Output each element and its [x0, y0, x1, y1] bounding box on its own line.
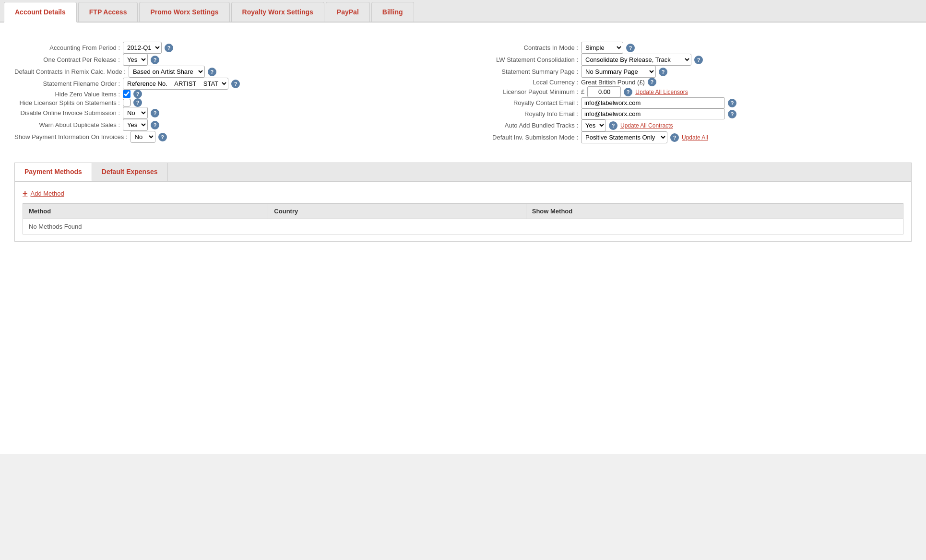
hide-licensor-splits-row: Hide Licensor Splits on Statements : ?	[14, 98, 453, 107]
tab-paypal[interactable]: PayPal	[326, 2, 370, 22]
add-method-text[interactable]: Add Method	[31, 190, 64, 197]
statement-summary-page-label: Statement Summary Page :	[473, 68, 578, 75]
statement-filename-order-select[interactable]: Reference No.__ARTIST__STATEM Other	[123, 78, 228, 90]
tab-ftp-access[interactable]: FTP Access	[78, 2, 138, 22]
licensor-payout-minimum-input[interactable]	[587, 86, 621, 97]
auto-add-bundled-tracks-row: Auto Add Bundled Tracks : Yes No ? Updat…	[473, 119, 912, 131]
add-method-plus-icon: +	[23, 188, 28, 198]
disable-online-invoice-help-icon[interactable]: ?	[151, 109, 159, 117]
add-method-link[interactable]: + Add Method	[23, 188, 903, 198]
auto-add-bundled-tracks-select[interactable]: Yes No	[581, 119, 606, 131]
hide-licensor-splits-checkbox[interactable]	[123, 99, 131, 106]
auto-add-bundled-tracks-label: Auto Add Bundled Tracks :	[473, 122, 578, 129]
hide-zero-value-items-label: Hide Zero Value Items :	[14, 91, 120, 98]
contracts-in-mode-label: Contracts In Mode :	[473, 44, 578, 51]
warn-duplicate-sales-row: Warn About Duplicate Sales : Yes No ?	[14, 119, 453, 131]
statement-summary-page-help-icon[interactable]: ?	[659, 68, 667, 76]
local-currency-label: Local Currency :	[473, 79, 578, 86]
tabs-bar: Account Details FTP Access Promo Worx Se…	[0, 0, 926, 23]
main-content: Accounting From Period : 2012-Q1 2013-Q1…	[0, 23, 926, 454]
disable-online-invoice-select[interactable]: No Yes	[123, 107, 148, 119]
royalty-info-email-help-icon[interactable]: ?	[728, 110, 736, 118]
royalty-info-email-input[interactable]	[581, 108, 725, 119]
default-contracts-remix-select[interactable]: Based on Artist Share Based on Label Sha…	[129, 66, 205, 78]
lower-panel: Payment Methods Default Expenses + Add M…	[14, 163, 912, 242]
lw-statement-consolidation-select[interactable]: Consolidate By Release, Track None	[581, 54, 691, 66]
contracts-in-mode-help-icon[interactable]: ?	[626, 44, 635, 52]
lw-statement-consolidation-help-icon[interactable]: ?	[694, 56, 703, 64]
one-contract-per-release-row: One Contract Per Release : Yes No ?	[14, 54, 453, 66]
default-contracts-remix-row: Default Contracts In Remix Calc. Mode : …	[14, 66, 453, 78]
tab-billing[interactable]: Billing	[371, 2, 414, 22]
royalty-info-email-label: Royalty Info Email :	[473, 110, 578, 117]
statement-filename-order-row: Statement Filename Order : Reference No.…	[14, 78, 453, 90]
accounting-from-period-help-icon[interactable]: ?	[165, 44, 173, 52]
royalty-contact-email-label: Royalty Contact Email :	[473, 99, 578, 106]
licensor-payout-minimum-row: Licensor Payout Minimum : £ ? Update All…	[473, 86, 912, 97]
show-payment-info-row: Show Payment Information On Invoices : N…	[14, 131, 453, 143]
auto-add-bundled-tracks-help-icon[interactable]: ?	[609, 121, 617, 130]
payment-methods-table: Method Country Show Method No Methods Fo…	[23, 203, 903, 234]
hide-zero-value-items-help-icon[interactable]: ?	[133, 90, 142, 98]
accounting-from-period-select[interactable]: 2012-Q1 2013-Q1 2014-Q1	[123, 42, 162, 54]
local-currency-value: Great British Pound (£)	[581, 79, 645, 86]
disable-online-invoice-row: Disable Online Invoice Submission : No Y…	[14, 107, 453, 119]
hide-zero-value-items-checkbox[interactable]	[123, 90, 131, 98]
method-column-header: Method	[23, 204, 268, 219]
royalty-contact-email-row: Royalty Contact Email : ?	[473, 97, 912, 108]
show-payment-info-select[interactable]: No Yes	[131, 131, 155, 143]
default-inv-submission-mode-label: Default Inv. Submission Mode :	[473, 134, 578, 141]
licensor-payout-currency-symbol: £	[581, 88, 584, 95]
update-all-link[interactable]: Update All	[682, 134, 708, 141]
tab-royalty-worx-settings[interactable]: Royalty Worx Settings	[231, 2, 324, 22]
contracts-in-mode-select[interactable]: Simple Advanced	[581, 42, 623, 54]
tab-account-details[interactable]: Account Details	[4, 2, 77, 23]
hide-licensor-splits-label: Hide Licensor Splits on Statements :	[14, 99, 120, 106]
default-inv-submission-mode-row: Default Inv. Submission Mode : Positive …	[473, 131, 912, 143]
contracts-in-mode-row: Contracts In Mode : Simple Advanced ?	[473, 42, 912, 54]
sub-tab-payment-methods[interactable]: Payment Methods	[15, 163, 92, 181]
warn-duplicate-sales-label: Warn About Duplicate Sales :	[14, 121, 120, 128]
accounting-from-period-label: Accounting From Period :	[14, 44, 120, 51]
local-currency-help-icon[interactable]: ?	[648, 78, 656, 86]
default-contracts-remix-label: Default Contracts In Remix Calc. Mode :	[14, 68, 126, 75]
form-left-column: Accounting From Period : 2012-Q1 2013-Q1…	[14, 42, 453, 143]
warn-duplicate-sales-select[interactable]: Yes No	[123, 119, 148, 131]
licensor-payout-minimum-help-icon[interactable]: ?	[624, 88, 632, 96]
statement-filename-order-label: Statement Filename Order :	[14, 80, 120, 87]
warn-duplicate-sales-help-icon[interactable]: ?	[151, 121, 159, 129]
hide-zero-value-items-row: Hide Zero Value Items : ?	[14, 90, 453, 98]
royalty-contact-email-input[interactable]	[581, 97, 725, 108]
sub-tabs-bar: Payment Methods Default Expenses	[15, 163, 911, 182]
update-all-contracts-link[interactable]: Update All Contracts	[620, 122, 673, 129]
royalty-info-email-row: Royalty Info Email : ?	[473, 108, 912, 119]
default-inv-submission-mode-help-icon[interactable]: ?	[670, 133, 679, 142]
lw-statement-consolidation-label: LW Statement Consolidation :	[473, 56, 578, 63]
accounting-from-period-row: Accounting From Period : 2012-Q1 2013-Q1…	[14, 42, 453, 54]
form-right-column: Contracts In Mode : Simple Advanced ? LW…	[473, 42, 912, 143]
statement-summary-page-select[interactable]: No Summary Page Show Summary Page	[581, 66, 656, 78]
form-section: Accounting From Period : 2012-Q1 2013-Q1…	[14, 32, 912, 153]
default-contracts-remix-help-icon[interactable]: ?	[208, 68, 216, 76]
tab-promo-worx-settings[interactable]: Promo Worx Settings	[139, 2, 229, 22]
country-column-header: Country	[268, 204, 526, 219]
royalty-contact-email-help-icon[interactable]: ?	[728, 99, 736, 107]
lw-statement-consolidation-row: LW Statement Consolidation : Consolidate…	[473, 54, 912, 66]
sub-tab-default-expenses[interactable]: Default Expenses	[92, 163, 168, 181]
panel-content: + Add Method Method Country Show Method …	[15, 182, 911, 241]
show-payment-info-label: Show Payment Information On Invoices :	[14, 133, 128, 140]
statement-filename-order-help-icon[interactable]: ?	[231, 80, 240, 88]
one-contract-per-release-label: One Contract Per Release :	[14, 56, 120, 63]
one-contract-per-release-select[interactable]: Yes No	[123, 54, 148, 66]
no-methods-found: No Methods Found	[23, 219, 903, 234]
licensor-payout-minimum-label: Licensor Payout Minimum :	[473, 88, 578, 95]
table-header-row: Method Country Show Method	[23, 204, 903, 219]
local-currency-row: Local Currency : Great British Pound (£)…	[473, 78, 912, 86]
one-contract-per-release-help-icon[interactable]: ?	[151, 56, 159, 64]
hide-licensor-splits-help-icon[interactable]: ?	[133, 98, 142, 107]
show-payment-info-help-icon[interactable]: ?	[158, 133, 167, 141]
show-method-column-header: Show Method	[526, 204, 903, 219]
table-row: No Methods Found	[23, 219, 903, 234]
default-inv-submission-mode-select[interactable]: Positive Statements Only All Statements	[581, 131, 667, 143]
update-all-licensors-link[interactable]: Update All Licensors	[635, 89, 688, 95]
